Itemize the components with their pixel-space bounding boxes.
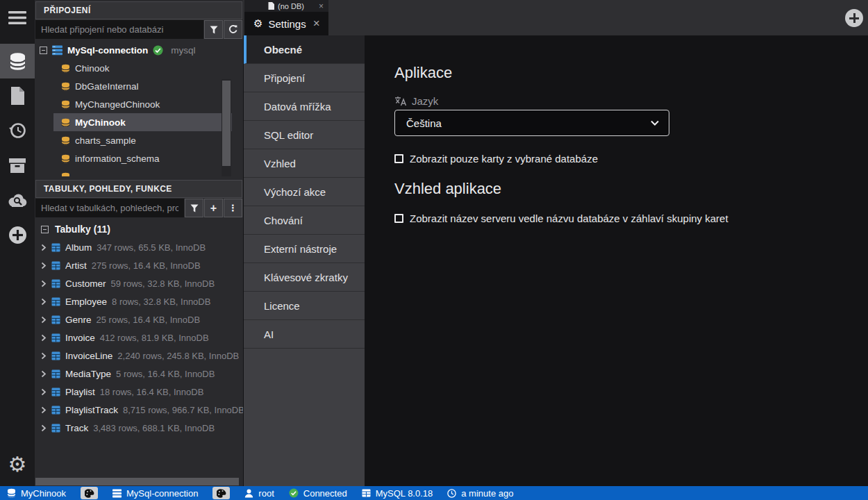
database-name: information_schema [75, 153, 160, 164]
settings-menu-item[interactable]: Obecné [244, 35, 365, 64]
statusbar-refresh-time: a minute ago [447, 488, 513, 499]
statusbar-connection[interactable]: MySql-connection [112, 488, 198, 499]
settings-menu-item[interactable]: Licence [244, 292, 365, 320]
chevron-right-icon[interactable] [41, 388, 47, 396]
table-row[interactable]: Playlist 18 rows, 16.4 KB, InnoDB [35, 383, 243, 401]
table-icon [51, 261, 60, 270]
settings-menu-item[interactable]: Chování [244, 206, 365, 235]
close-group-icon[interactable]: × [319, 1, 324, 11]
add-connection-button[interactable] [0, 217, 35, 252]
settings-menu-item[interactable]: Připojení [244, 64, 365, 92]
language-label: Jazyk [412, 95, 438, 107]
settings-menu-item[interactable]: AI [244, 320, 365, 349]
archive-nav-button[interactable] [0, 148, 35, 183]
chevron-right-icon[interactable] [41, 334, 47, 342]
connection-color-button[interactable] [212, 487, 230, 499]
collapse-icon[interactable] [41, 226, 49, 233]
status-bar: MyChinook MySql-connection [0, 486, 868, 500]
tables-add-button[interactable]: + [204, 199, 223, 217]
tab-bar: (no DB) × ⚙ Settings × [243, 0, 868, 35]
table-row[interactable]: Invoice 412 rows, 81.9 KB, InnoDB [35, 328, 243, 347]
settings-menu-item[interactable]: Výchozí akce [244, 178, 365, 206]
table-row[interactable]: Genre 25 rows, 16.4 KB, InnoDB [35, 310, 243, 328]
cloud-search-icon [8, 192, 27, 208]
table-row[interactable]: Employee 8 rows, 32.8 KB, InnoDB [35, 292, 243, 310]
tables-menu-button[interactable]: ⋮ [224, 199, 242, 217]
tables-search-input[interactable] [35, 199, 184, 217]
connections-filter-button[interactable] [204, 20, 223, 39]
table-row[interactable]: PlaylistTrack 8,715 rows, 966.7 KB, Inno… [35, 401, 243, 419]
server-icon [112, 489, 122, 498]
chevron-right-icon[interactable] [41, 298, 47, 306]
database-row[interactable]: MyChangedChinook [35, 95, 232, 113]
table-name: Customer [65, 278, 106, 289]
settings-menu-item-label: Připojení [264, 72, 305, 84]
chevron-right-icon[interactable] [41, 424, 47, 432]
table-meta: 3,483 rows, 688.1 KB, InnoDB [93, 423, 215, 433]
connections-scrollbar-thumb[interactable] [222, 81, 231, 166]
settings-menu-item[interactable]: Datová mřížka [244, 92, 365, 121]
settings-menu-item[interactable]: Externí nástroje [244, 235, 365, 263]
chevron-right-icon[interactable] [41, 244, 47, 251]
tables-horizontal-scrollbar[interactable] [35, 478, 242, 485]
new-tab-button[interactable] [845, 9, 863, 27]
table-meta: 347 rows, 65.5 KB, InnoDB [97, 242, 206, 253]
tables-list: Album 347 rows, 65.5 KB, InnoDB Artist [35, 238, 243, 437]
history-nav-button[interactable] [0, 113, 35, 148]
tab-group-header[interactable]: (no DB) × [244, 0, 328, 12]
refresh-icon [228, 25, 237, 34]
tables-scrollbar-thumb[interactable] [35, 478, 239, 485]
statusbar-database[interactable]: MyChinook [7, 488, 66, 499]
settings-menu-item[interactable]: Klávesové zkratky [244, 263, 365, 292]
table-row[interactable]: InvoiceLine 2,240 rows, 245.8 KB, InnoDB [35, 347, 243, 365]
menu-button[interactable] [0, 0, 35, 35]
table-row[interactable]: Artist 275 rows, 16.4 KB, InnoDB [35, 256, 243, 274]
chevron-right-icon[interactable] [41, 352, 47, 360]
chevron-right-icon[interactable] [41, 370, 47, 378]
files-nav-button[interactable] [0, 78, 35, 113]
table-row[interactable]: Customer 59 rows, 32.8 KB, InnoDB [35, 274, 243, 292]
server-icon [52, 45, 62, 56]
show-tabs-checkbox[interactable] [394, 154, 403, 163]
database-row[interactable]: information_schema [35, 149, 232, 167]
statusbar-user: root [244, 488, 274, 499]
cloud-search-nav-button[interactable] [0, 183, 35, 217]
table-row[interactable]: Track 3,483 rows, 688.1 KB, InnoDB [35, 419, 243, 437]
tab-settings[interactable]: ⚙ Settings × [244, 12, 328, 35]
database-row[interactable]: DbGateInternal [35, 77, 232, 95]
settings-menu-item[interactable]: SQL editor [244, 121, 365, 149]
table-row[interactable]: MediaType 5 rows, 16.4 KB, InnoDB [35, 365, 243, 383]
settings-menu-item-label: Výchozí akce [264, 186, 326, 198]
settings-button[interactable]: ⚙ [0, 449, 35, 479]
settings-menu-item-label: AI [264, 328, 274, 340]
chevron-right-icon[interactable] [41, 262, 47, 269]
connection-row[interactable]: MySql-connection mysql [35, 41, 232, 59]
chevron-right-icon[interactable] [41, 406, 47, 414]
table-meta: 5 rows, 16.4 KB, InnoDB [116, 369, 215, 379]
connections-tree: MySql-connection mysql [35, 39, 232, 176]
settings-menu-item[interactable]: Vzhled [244, 149, 365, 178]
database-row[interactable] [35, 167, 232, 176]
tables-filter-button[interactable] [185, 199, 203, 217]
show-server-checkbox[interactable] [394, 214, 403, 223]
close-tab-icon[interactable]: × [313, 17, 320, 31]
connections-scrollbar[interactable] [222, 79, 231, 176]
table-meta: 59 rows, 32.8 KB, InnoDB [111, 278, 215, 289]
database-color-button[interactable] [81, 487, 98, 499]
connections-panel-title: PŘIPOJENÍ [44, 6, 91, 15]
chevron-right-icon[interactable] [41, 280, 47, 288]
database-row[interactable]: MyChinook [35, 113, 232, 131]
connections-refresh-button[interactable] [224, 20, 242, 39]
language-select[interactable]: Čeština [394, 110, 669, 136]
databases-nav-button[interactable] [0, 44, 35, 78]
connections-search-input[interactable] [35, 20, 203, 39]
show-tabs-checkbox-label: Zobrazit pouze karty z vybrané databáze [410, 153, 598, 165]
tables-group-row[interactable]: Tabulky (11) [35, 220, 243, 238]
database-row[interactable]: Chinook [35, 59, 232, 77]
chevron-right-icon[interactable] [41, 316, 47, 324]
table-meta: 275 rows, 16.4 KB, InnoDB [92, 260, 201, 271]
database-small-icon [61, 82, 70, 91]
table-row[interactable]: Album 347 rows, 65.5 KB, InnoDB [35, 238, 243, 256]
collapse-icon[interactable] [40, 47, 47, 54]
database-row[interactable]: charts_sample [35, 131, 232, 149]
